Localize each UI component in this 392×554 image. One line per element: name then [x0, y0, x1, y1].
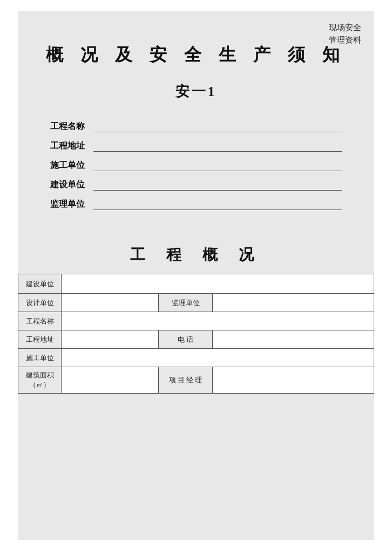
cell-value-jianshejt[interactable]	[62, 274, 374, 294]
main-title: 概 况 及 安 全 生 产 须 知	[18, 11, 374, 77]
cell-label-jianshejt: 建设单位	[18, 274, 62, 294]
cell-value-pm[interactable]	[213, 367, 374, 394]
info-row-supervision-unit: 监理单位	[50, 198, 342, 210]
input-project-address[interactable]	[93, 140, 342, 152]
cell-label-projaddr: 工程地址	[18, 330, 62, 349]
table-row: 建设单位	[18, 274, 374, 294]
info-row-project-name: 工程名称	[50, 120, 342, 132]
input-supervision-unit[interactable]	[93, 198, 342, 210]
input-construction-unit[interactable]	[93, 159, 342, 171]
cell-label-design: 设计单位	[18, 294, 62, 312]
cell-label-supervision: 监理单位	[159, 294, 213, 312]
label-build-unit: 建设单位	[50, 179, 93, 191]
table-row: 设计单位 监理单位	[18, 294, 374, 312]
cell-label-pm: 项 目 经 理	[159, 367, 213, 394]
table-section: 建设单位 设计单位 监理单位 工程名称 工程地址	[18, 274, 374, 394]
input-project-name[interactable]	[93, 120, 342, 132]
table-row: 施工单位	[18, 349, 374, 367]
label-construction-unit: 施工单位	[50, 160, 93, 171]
page-container: 现场安全 管理资料 概 况 及 安 全 生 产 须 知 安一1 工程名称 工程地…	[18, 11, 374, 540]
input-build-unit[interactable]	[93, 179, 342, 191]
label-supervision-unit: 监理单位	[50, 199, 93, 210]
cell-label-area: 建筑面积 （㎡）	[18, 367, 62, 394]
cell-value-supervision[interactable]	[213, 294, 374, 312]
info-row-construction-unit: 施工单位	[50, 159, 342, 171]
cell-value-projname[interactable]	[62, 312, 374, 330]
overview-table: 建设单位 设计单位 监理单位 工程名称 工程地址	[18, 274, 374, 394]
info-row-build-unit: 建设单位	[50, 179, 342, 191]
section-title: 工 程 概 况	[18, 234, 374, 274]
cell-value-constunit[interactable]	[62, 349, 374, 367]
cell-label-constunit: 施工单位	[18, 349, 62, 367]
top-right-label: 现场安全 管理资料	[329, 22, 361, 46]
cell-value-area[interactable]	[62, 367, 159, 394]
info-row-project-address: 工程地址	[50, 140, 342, 152]
table-row: 建筑面积 （㎡） 项 目 经 理	[18, 367, 374, 394]
label-project-name: 工程名称	[50, 121, 93, 132]
info-section: 工程名称 工程地址 施工单位 建设单位 监理单位	[18, 120, 374, 234]
table-row: 工程地址 电 话	[18, 330, 374, 349]
cell-value-projaddr[interactable]	[62, 330, 159, 349]
cell-value-design[interactable]	[62, 294, 159, 312]
cell-value-phone[interactable]	[213, 330, 374, 349]
table-row: 工程名称	[18, 312, 374, 330]
label-project-address: 工程地址	[50, 140, 93, 152]
cell-label-phone: 电 话	[159, 330, 213, 349]
cell-label-projname: 工程名称	[18, 312, 62, 330]
sub-title: 安一1	[18, 77, 374, 120]
